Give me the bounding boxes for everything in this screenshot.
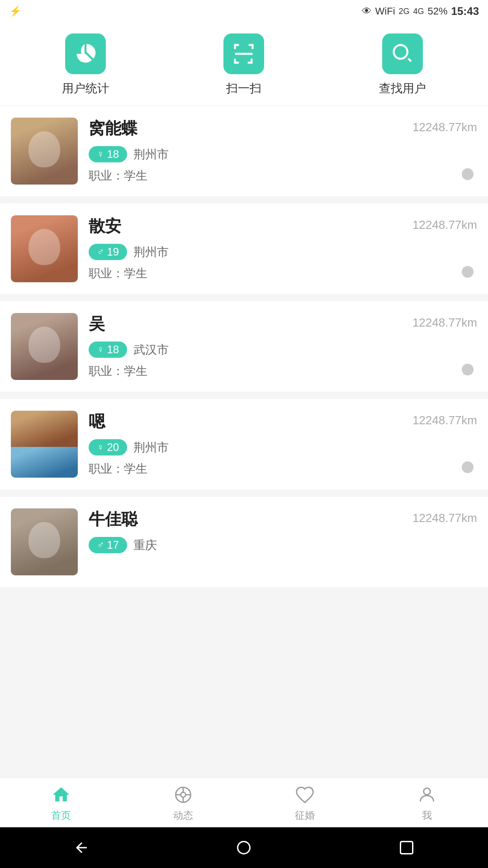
wifi-icon: WiFi bbox=[375, 5, 395, 17]
stats-label: 用户统计 bbox=[62, 81, 109, 96]
city-label: 荆州市 bbox=[133, 440, 169, 455]
nav-home[interactable]: 首页 bbox=[0, 783, 122, 822]
stats-icon-bg bbox=[65, 33, 106, 74]
online-status bbox=[462, 168, 474, 180]
job-label: 职业：学生 bbox=[89, 266, 477, 281]
age-badge: ♂ 17 bbox=[89, 537, 127, 553]
search-user-label: 查找用户 bbox=[379, 81, 426, 96]
user-tags: ♂ 19 荆州市 bbox=[89, 244, 477, 260]
feed-label: 动态 bbox=[173, 809, 193, 822]
action-bar: 用户统计 扫一扫 查找用户 bbox=[0, 23, 488, 106]
gender-female-icon: ♀ bbox=[97, 344, 104, 356]
scan-icon bbox=[232, 42, 256, 66]
home-label: 首页 bbox=[51, 809, 71, 822]
chart-pie-icon bbox=[74, 42, 97, 66]
distance-label: 12248.77km bbox=[412, 511, 477, 525]
svg-point-1 bbox=[180, 792, 185, 797]
recents-button[interactable] bbox=[393, 834, 420, 861]
bottom-nav: 首页 动态 征婚 bbox=[0, 778, 488, 827]
search-user-button[interactable]: 查找用户 bbox=[379, 33, 426, 96]
user-tags: ♀ 20 荆州市 bbox=[89, 439, 477, 455]
svg-rect-8 bbox=[401, 842, 413, 854]
match-label: 征婚 bbox=[295, 809, 315, 822]
status-right: 👁 WiFi 2G 4G 52% 15:43 bbox=[362, 5, 479, 18]
signal-2g-icon: 2G bbox=[399, 7, 410, 16]
feed-icon bbox=[172, 783, 194, 806]
nav-me[interactable]: 我 bbox=[366, 783, 488, 822]
gender-female-icon: ♀ bbox=[97, 148, 104, 160]
gender-male-icon: ♂ bbox=[97, 246, 104, 258]
user-tags: ♀ 18 荆州市 bbox=[89, 146, 477, 162]
age-value: 18 bbox=[107, 343, 119, 356]
search-icon bbox=[391, 42, 414, 66]
age-badge: ♀ 18 bbox=[89, 146, 127, 162]
age-badge: ♂ 19 bbox=[89, 244, 127, 260]
online-status bbox=[462, 461, 474, 473]
job-label: 职业：学生 bbox=[89, 461, 477, 477]
scan-button[interactable]: 扫一扫 bbox=[223, 33, 264, 96]
avatar bbox=[11, 508, 78, 575]
age-value: 20 bbox=[107, 441, 119, 454]
usb-icon: ⚡ bbox=[9, 5, 21, 17]
avatar bbox=[11, 313, 78, 380]
gender-male-icon: ♂ bbox=[97, 539, 104, 551]
list-item[interactable]: 牛佳聪 ♂ 17 重庆 12248.77km bbox=[0, 497, 488, 587]
user-tags: ♀ 18 武汉市 bbox=[89, 342, 477, 358]
job-label: 职业：学生 bbox=[89, 168, 477, 184]
scan-label: 扫一扫 bbox=[226, 81, 261, 96]
user-tags: ♂ 17 重庆 bbox=[89, 537, 477, 553]
distance-label: 12248.77km bbox=[412, 218, 477, 232]
list-item[interactable]: 窝能蝶 ♀ 18 荆州市 职业：学生 12248.77km bbox=[0, 106, 488, 196]
age-value: 18 bbox=[107, 148, 119, 161]
distance-label: 12248.77km bbox=[412, 316, 477, 330]
eye-icon: 👁 bbox=[362, 5, 372, 17]
user-stats-button[interactable]: 用户统计 bbox=[62, 33, 109, 96]
nav-match[interactable]: 征婚 bbox=[244, 783, 366, 822]
clock: 15:43 bbox=[451, 5, 479, 18]
age-value: 17 bbox=[107, 539, 119, 551]
home-button[interactable] bbox=[230, 834, 257, 861]
search-icon-bg bbox=[382, 33, 423, 74]
city-label: 荆州市 bbox=[133, 147, 169, 162]
scan-icon-bg bbox=[223, 33, 264, 74]
job-label: 职业：学生 bbox=[89, 363, 477, 379]
age-badge: ♀ 20 bbox=[89, 439, 127, 455]
status-bar: ⚡ 👁 WiFi 2G 4G 52% 15:43 bbox=[0, 0, 488, 23]
age-value: 19 bbox=[107, 246, 119, 258]
nav-feed[interactable]: 动态 bbox=[122, 783, 244, 822]
list-item[interactable]: 散安 ♂ 19 荆州市 职业：学生 12248.77km bbox=[0, 204, 488, 294]
online-status bbox=[462, 364, 474, 375]
avatar bbox=[11, 118, 78, 185]
gender-female-icon: ♀ bbox=[97, 441, 104, 453]
avatar bbox=[11, 411, 78, 478]
match-icon bbox=[294, 783, 316, 806]
home-icon bbox=[50, 783, 72, 806]
city-label: 荆州市 bbox=[133, 244, 169, 260]
list-item[interactable]: 吴 ♀ 18 武汉市 职业：学生 12248.77km bbox=[0, 301, 488, 392]
list-item[interactable]: 嗯 ♀ 20 荆州市 职业：学生 12248.77km bbox=[0, 399, 488, 489]
avatar bbox=[11, 215, 78, 282]
age-badge: ♀ 18 bbox=[89, 342, 127, 358]
signal-4g-icon: 4G bbox=[413, 7, 424, 16]
distance-label: 12248.77km bbox=[412, 120, 477, 134]
svg-point-7 bbox=[238, 842, 250, 854]
distance-label: 12248.77km bbox=[412, 413, 477, 427]
city-label: 重庆 bbox=[133, 537, 157, 553]
back-button[interactable] bbox=[68, 834, 95, 861]
user-list: 窝能蝶 ♀ 18 荆州市 职业：学生 12248.77km 散安 ♂ bbox=[0, 106, 488, 778]
system-nav-bar bbox=[0, 827, 488, 868]
svg-point-6 bbox=[424, 788, 431, 795]
online-status bbox=[462, 266, 474, 278]
profile-icon bbox=[416, 783, 438, 806]
battery-indicator: 52% bbox=[428, 5, 448, 17]
me-label: 我 bbox=[422, 809, 432, 822]
city-label: 武汉市 bbox=[133, 342, 169, 358]
